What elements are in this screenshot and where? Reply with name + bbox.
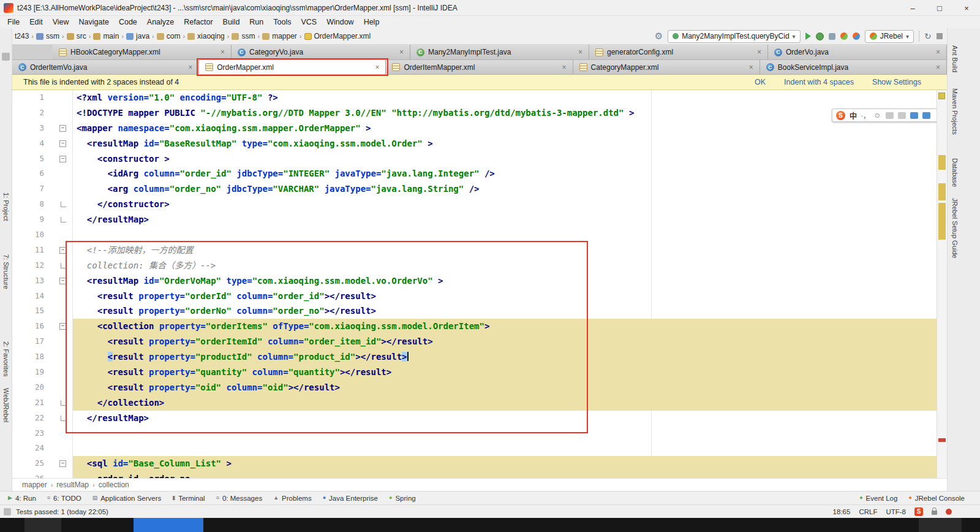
- menu-vcs[interactable]: VCS: [296, 18, 322, 26]
- code-line-13[interactable]: 13− <resultMap id="OrderVoMap" type="com…: [12, 273, 937, 289]
- menu-view[interactable]: View: [48, 18, 74, 26]
- code-line-16[interactable]: 16− <collection property="orderItems" of…: [12, 319, 937, 334]
- close-icon[interactable]: ×: [757, 48, 761, 56]
- close-icon[interactable]: ×: [936, 48, 940, 56]
- editor-tab-OrderMapper.xml[interactable]: OrderMapper.xml×: [199, 60, 386, 74]
- editor-tab-CategoryVo.java[interactable]: CCategoryVo.java×: [232, 45, 410, 59]
- code-line-4[interactable]: 4− <resultMap id="BaseResultMap" type="c…: [12, 136, 937, 151]
- breadcrumb-item[interactable]: main: [93, 32, 119, 40]
- close-icon[interactable]: ×: [221, 48, 225, 56]
- debug-button[interactable]: [816, 32, 824, 40]
- breadcrumb-item[interactable]: src: [67, 32, 86, 40]
- banner-action-ok[interactable]: OK: [755, 78, 766, 86]
- fold-end-icon[interactable]: [61, 202, 66, 207]
- rerun-icon[interactable]: ↻: [924, 31, 932, 41]
- error-stripe[interactable]: [937, 90, 947, 478]
- breadcrumb-item[interactable]: ssm: [36, 32, 59, 40]
- inspection-indicator[interactable]: [938, 93, 945, 99]
- banner-action-indent-with-4-spaces[interactable]: Indent with 4 spaces: [784, 78, 854, 86]
- tool-stripe-icon[interactable]: [2, 53, 10, 61]
- editor-tab-OrderItemMapper.xml[interactable]: OrderItemMapper.xml×: [386, 60, 573, 74]
- code-line-14[interactable]: 14 <result property="orderId" column="or…: [12, 289, 937, 304]
- code-line-11[interactable]: 11− <!--添加映射，一方的配置: [12, 243, 937, 258]
- jrebel-debug-icon[interactable]: [853, 32, 860, 40]
- breadcrumb-item[interactable]: com: [157, 32, 181, 40]
- code-line-24[interactable]: 24: [12, 441, 937, 456]
- editor-tab-OrderItemVo.java[interactable]: COrderItemVo.java×: [12, 60, 199, 74]
- close-button[interactable]: ×: [953, 0, 980, 16]
- editor-tab-Many2ManyImplTest.java[interactable]: CMany2ManyImplTest.java×: [410, 45, 589, 59]
- breadcrumb-item[interactable]: xiaoqing: [187, 32, 225, 40]
- xml-breadcrumb-item[interactable]: mapper: [22, 481, 47, 489]
- editor-tab-HBookCategoryMapper.xml[interactable]: HBookCategoryMapper.xml×: [53, 45, 232, 59]
- notification-icon[interactable]: [946, 509, 952, 515]
- code-line-18[interactable]: 18 <result property="productId" column="…: [12, 349, 937, 365]
- tool-stripe-jrebel[interactable]: JRebel: [2, 401, 10, 422]
- breadcrumb-item[interactable]: java: [126, 32, 149, 40]
- menu-refactor[interactable]: Refactor: [179, 18, 217, 26]
- fold-end-icon[interactable]: [61, 416, 66, 421]
- code-line-20[interactable]: 20 <result property="oid" column="oid"><…: [12, 380, 937, 395]
- menu-window[interactable]: Window: [322, 18, 358, 26]
- breadcrumb-item[interactable]: OrderMapper.xml: [304, 32, 371, 40]
- fold-collapse-icon[interactable]: −: [59, 125, 66, 132]
- code-line-6[interactable]: 6 <idArg column="order_id" jdbcType="INT…: [12, 166, 937, 181]
- microphone-icon[interactable]: [886, 112, 894, 119]
- ime-toolbox-icon[interactable]: [922, 112, 930, 119]
- code-line-5[interactable]: 5− <constructor >: [12, 151, 937, 167]
- tool-button-terminal[interactable]: ▮Terminal: [167, 495, 210, 502]
- tool-stripe-2-favorites[interactable]: 2: Favorites: [2, 341, 10, 376]
- code-line-22[interactable]: 22 </resultMap>: [12, 411, 937, 426]
- settings-wrench-icon[interactable]: ⚙: [655, 31, 663, 42]
- fold-end-icon[interactable]: [61, 217, 66, 222]
- emoji-icon[interactable]: ☺: [873, 111, 881, 120]
- tool-button-java-enterprise[interactable]: ●Java Enterprise: [317, 495, 383, 502]
- fold-collapse-icon[interactable]: −: [59, 460, 66, 467]
- run-config-combo[interactable]: Many2ManyImplTest.queryByCid ▾: [668, 30, 800, 43]
- fold-collapse-icon[interactable]: −: [59, 323, 66, 330]
- line-endings[interactable]: CRLF: [859, 508, 877, 515]
- tool-button-0-messages[interactable]: ≡0: Messages: [211, 495, 268, 502]
- xml-breadcrumb-item[interactable]: collection: [99, 481, 129, 489]
- taskbar-active-item[interactable]: [134, 518, 203, 532]
- code-line-12[interactable]: 12 collection: 集合（多方）-->: [12, 258, 937, 273]
- menu-tools[interactable]: Tools: [268, 18, 296, 26]
- input-method-icon[interactable]: S: [914, 507, 923, 516]
- tool-stripe-1-project[interactable]: 1: Project: [2, 192, 10, 221]
- tool-stripe-database[interactable]: Database: [951, 158, 959, 187]
- fold-collapse-icon[interactable]: −: [59, 278, 66, 284]
- tool-button-jrebel-console[interactable]: ●JRebel Console: [903, 495, 970, 502]
- close-icon[interactable]: ×: [562, 63, 567, 72]
- tool-button-6-todo[interactable]: ≡6: TODO: [42, 495, 87, 502]
- breadcrumb-item[interactable]: ssm: [232, 32, 255, 40]
- menu-navigate[interactable]: Navigate: [74, 18, 114, 26]
- code-line-7[interactable]: 7 <arg column="order_no" jdbcType="VARCH…: [12, 181, 937, 197]
- tool-stripe-web[interactable]: Web: [2, 388, 10, 401]
- banner-action-show-settings[interactable]: Show Settings: [872, 78, 921, 86]
- ime-language-toggle[interactable]: 中: [850, 110, 857, 121]
- tool-button-problems[interactable]: ▲Problems: [268, 495, 317, 502]
- fold-end-icon[interactable]: [61, 400, 66, 406]
- sogou-logo-icon[interactable]: S: [836, 111, 845, 120]
- close-icon[interactable]: ×: [936, 63, 940, 72]
- menu-help[interactable]: Help: [359, 18, 385, 26]
- jrebel-combo[interactable]: JRebel ▾: [865, 30, 914, 43]
- menu-file[interactable]: File: [2, 18, 24, 26]
- editor-tab-generatorConfig.xml[interactable]: generatorConfig.xml×: [589, 45, 768, 59]
- tool-button-spring[interactable]: ●Spring: [383, 495, 421, 502]
- run-button[interactable]: [805, 32, 811, 40]
- keyboard-icon[interactable]: [898, 112, 906, 119]
- code-line-10[interactable]: 10: [12, 227, 937, 243]
- code-line-15[interactable]: 15 <result property="orderNo" column="or…: [12, 303, 937, 319]
- close-icon[interactable]: ×: [188, 63, 192, 72]
- editor[interactable]: 1<?xml version="1.0" encoding="UTF-8" ?>…: [12, 90, 947, 478]
- tool-stripe-ant-build[interactable]: Ant Build: [951, 45, 959, 72]
- coverage-button[interactable]: [829, 33, 835, 40]
- code-line-23[interactable]: 23: [12, 426, 937, 441]
- menu-run[interactable]: Run: [244, 18, 268, 26]
- code-line-1[interactable]: 1<?xml version="1.0" encoding="UTF-8" ?>: [12, 90, 937, 105]
- code-line-9[interactable]: 9 </resultMap>: [12, 212, 937, 227]
- taskbar-tray[interactable]: [919, 518, 962, 532]
- fold-collapse-icon[interactable]: −: [59, 247, 66, 254]
- code-line-17[interactable]: 17 <result property="orderItemId" column…: [12, 334, 937, 349]
